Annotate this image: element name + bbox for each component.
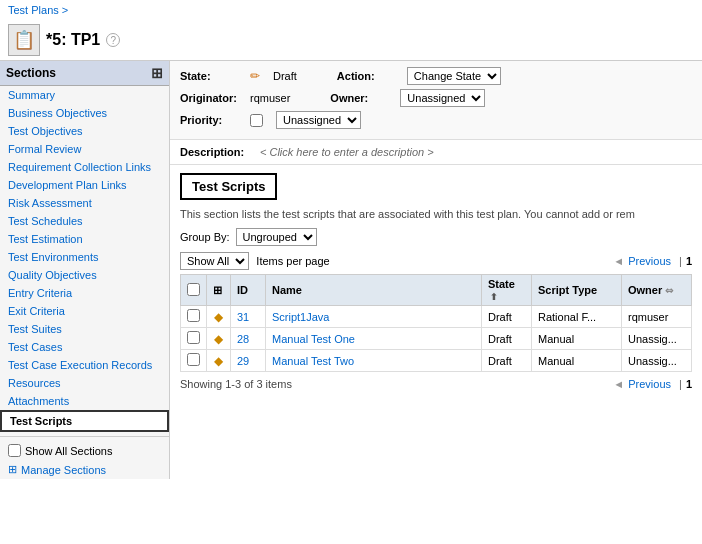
row-state-0: Draft [482, 306, 532, 328]
sidebar-divider [0, 436, 169, 437]
row-id-2[interactable]: 29 [231, 350, 266, 372]
section-title: Test Scripts [180, 173, 277, 200]
sidebar-item-formal-review[interactable]: Formal Review [0, 140, 169, 158]
sidebar-item-development-plan-links[interactable]: Development Plan Links [0, 176, 169, 194]
show-all-checkbox[interactable] [8, 444, 21, 457]
row-check-2[interactable] [181, 350, 207, 372]
col-header-check [181, 275, 207, 306]
owner-dropdown[interactable]: Unassigned [400, 89, 485, 107]
originator-value: rqmuser [250, 92, 290, 104]
section-description: This section lists the test scripts that… [180, 208, 692, 220]
sidebar-item-test-estimation[interactable]: Test Estimation [0, 230, 169, 248]
originator-label: Originator: [180, 92, 240, 104]
row-id-0[interactable]: 31 [231, 306, 266, 328]
prev-label-top[interactable]: Previous [628, 255, 671, 267]
bottom-pagination: ◄ Previous | 1 [613, 378, 692, 390]
col-resize-icon[interactable]: ⇔ [665, 285, 673, 296]
toolbar-left: Show All Items per page [180, 252, 330, 270]
sidebar-item-test-scripts[interactable]: Test Scripts [0, 410, 169, 432]
state-value: Draft [273, 70, 297, 82]
sidebar-item-resources[interactable]: Resources [0, 374, 169, 392]
table-toolbar: Show All Items per page ◄ Previous | 1 [180, 252, 692, 270]
row-script-type-2: Manual [532, 350, 622, 372]
sidebar-item-business-objectives[interactable]: Business Objectives [0, 104, 169, 122]
row-name-0[interactable]: Script1Java [266, 306, 482, 328]
sidebar-item-test-cases[interactable]: Test Cases [0, 338, 169, 356]
prev-arrow-top[interactable]: ◄ [613, 255, 624, 267]
col-header-icon: ⊞ [207, 275, 231, 306]
manage-label: Manage Sections [21, 464, 106, 476]
row-check-1[interactable] [181, 328, 207, 350]
priority-checkbox[interactable] [250, 114, 263, 127]
sidebar-item-test-objectives[interactable]: Test Objectives [0, 122, 169, 140]
action-label: Action: [337, 70, 397, 82]
state-icon: ✏ [250, 69, 260, 83]
top-pagination: ◄ Previous | 1 [613, 255, 692, 267]
action-dropdown[interactable]: Change State [407, 67, 501, 85]
owner-label: Owner: [330, 92, 390, 104]
sidebar-item-risk-assessment[interactable]: Risk Assessment [0, 194, 169, 212]
sidebar-item-test-case-execution-records[interactable]: Test Case Execution Records [0, 356, 169, 374]
script-icon-2: ◆ [214, 354, 223, 368]
col-header-state: State ⬆ [482, 275, 532, 306]
description-value[interactable]: < Click here to enter a description > [260, 146, 434, 158]
sidebar-header: Sections ⊞ [0, 61, 169, 86]
row-owner-0: rqmuser [622, 306, 692, 328]
help-icon[interactable]: ? [106, 33, 120, 47]
main-layout: Sections ⊞ SummaryBusiness ObjectivesTes… [0, 61, 702, 479]
sidebar-item-entry-criteria[interactable]: Entry Criteria [0, 284, 169, 302]
page-icon: 📋 [8, 24, 40, 56]
row-icon-0: ◆ [207, 306, 231, 328]
show-all-sections-row: Show All Sections [0, 441, 169, 460]
items-per-page-label: Items per page [256, 255, 329, 267]
row-owner-2: Unassig... [622, 350, 692, 372]
state-row: State: ✏ Draft Action: Change State [180, 67, 692, 85]
manage-sections-row[interactable]: ⊞ Manage Sections [0, 460, 169, 479]
sidebar-item-attachments[interactable]: Attachments [0, 392, 169, 410]
page-title: *5: TP1 [46, 31, 100, 49]
row-checkbox-1[interactable] [187, 331, 200, 344]
row-script-type-0: Rational F... [532, 306, 622, 328]
sidebar-items-container: SummaryBusiness ObjectivesTest Objective… [0, 86, 169, 432]
col-header-script-type: Script Type [532, 275, 622, 306]
script-icon-1: ◆ [214, 332, 223, 346]
sidebar-item-summary[interactable]: Summary [0, 86, 169, 104]
row-name-1[interactable]: Manual Test One [266, 328, 482, 350]
row-state-1: Draft [482, 328, 532, 350]
table-row: ◆ 31 Script1Java Draft Rational F... rqm… [181, 306, 692, 328]
row-script-type-1: Manual [532, 328, 622, 350]
originator-row: Originator: rqmuser Owner: Unassigned [180, 89, 692, 107]
sidebar-item-requirement-collection-links[interactable]: Requirement Collection Links [0, 158, 169, 176]
sidebar-item-exit-criteria[interactable]: Exit Criteria [0, 302, 169, 320]
row-check-0[interactable] [181, 306, 207, 328]
priority-dropdown[interactable]: Unassigned [276, 111, 361, 129]
row-checkbox-2[interactable] [187, 353, 200, 366]
group-by-dropdown[interactable]: Ungrouped [236, 228, 317, 246]
table-row: ◆ 28 Manual Test One Draft Manual Unassi… [181, 328, 692, 350]
description-row: Description: < Click here to enter a des… [170, 140, 702, 165]
state-sort-icon[interactable]: ⬆ [490, 292, 498, 302]
table-footer: Showing 1-3 of 3 items ◄ Previous | 1 [180, 378, 692, 390]
show-all-dropdown[interactable]: Show All [180, 252, 249, 270]
manage-icon: ⊞ [8, 463, 17, 476]
row-name-2[interactable]: Manual Test Two [266, 350, 482, 372]
sidebar-title: Sections [6, 66, 56, 80]
showing-text: Showing 1-3 of 3 items [180, 378, 292, 390]
row-icon-2: ◆ [207, 350, 231, 372]
row-checkbox-0[interactable] [187, 309, 200, 322]
sidebar-item-test-suites[interactable]: Test Suites [0, 320, 169, 338]
row-icon-1: ◆ [207, 328, 231, 350]
col-header-name: Name [266, 275, 482, 306]
breadcrumb: Test Plans > [0, 0, 702, 20]
sidebar-item-quality-objectives[interactable]: Quality Objectives [0, 266, 169, 284]
sidebar-add-icon[interactable]: ⊞ [151, 65, 163, 81]
sidebar-item-test-schedules[interactable]: Test Schedules [0, 212, 169, 230]
prev-label-bottom[interactable]: Previous [628, 378, 671, 390]
row-id-1[interactable]: 28 [231, 328, 266, 350]
group-by-row: Group By: Ungrouped [180, 228, 692, 246]
scripts-table: ⊞ ID Name State ⬆ Script Type [180, 274, 692, 372]
prev-arrow-bottom[interactable]: ◄ [613, 378, 624, 390]
breadcrumb-link[interactable]: Test Plans [8, 4, 59, 16]
sidebar-item-test-environments[interactable]: Test Environments [0, 248, 169, 266]
select-all-checkbox[interactable] [187, 283, 200, 296]
